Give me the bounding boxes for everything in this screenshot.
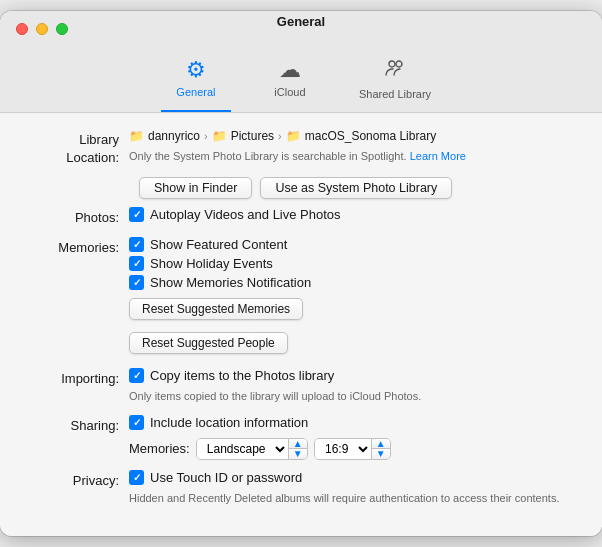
- sharing-label: Sharing:: [24, 415, 129, 435]
- titlebar: General ⚙ General ☁ iCloud: [0, 11, 602, 113]
- copy-items-row: Copy items to the Photos library: [129, 368, 578, 383]
- photos-content: Autoplay Videos and Live Photos: [129, 207, 578, 222]
- content-area: Library Location: 📁 dannyrico › 📁 Pictur…: [0, 113, 602, 536]
- importing-content: Copy items to the Photos library Only it…: [129, 368, 578, 404]
- reset-suggested-row: Reset Suggested Memories: [129, 298, 578, 324]
- reset-suggested-button[interactable]: Reset Suggested Memories: [129, 298, 303, 320]
- ratio-stepper-arrows[interactable]: ▲ ▼: [371, 439, 390, 459]
- ratio-select[interactable]: 16:9 4:3 1:1: [315, 439, 371, 459]
- show-featured-row: Show Featured Content: [129, 237, 578, 252]
- reset-people-button[interactable]: Reset Suggested People: [129, 332, 288, 354]
- privacy-note: Hidden and Recently Deleted albums will …: [129, 491, 578, 506]
- privacy-row: Privacy: Use Touch ID or password Hidden…: [24, 470, 578, 506]
- show-featured-checkbox[interactable]: [129, 237, 144, 252]
- photos-label: Photos:: [24, 207, 129, 227]
- window-controls: [16, 23, 68, 35]
- icloud-icon: ☁: [279, 57, 301, 83]
- sharing-content: Include location information Memories: L…: [129, 415, 578, 460]
- path-library: macOS_Sonoma Library: [305, 129, 436, 143]
- copy-items-note: Only items copied to the library will up…: [129, 389, 578, 404]
- importing-label: Importing:: [24, 368, 129, 388]
- library-path: 📁 dannyrico › 📁 Pictures › 📁 macOS_Sonom…: [129, 129, 578, 143]
- svg-point-1: [396, 61, 402, 67]
- tab-icloud-label: iCloud: [274, 86, 305, 98]
- svg-point-0: [389, 61, 395, 67]
- photos-row: Photos: Autoplay Videos and Live Photos: [24, 207, 578, 227]
- landscape-down-button[interactable]: ▼: [289, 449, 307, 459]
- sharing-memories-row: Memories: Landscape Portrait ▲ ▼: [129, 438, 578, 460]
- copy-items-label: Copy items to the Photos library: [150, 368, 334, 383]
- privacy-label: Privacy:: [24, 470, 129, 490]
- show-notifications-checkbox[interactable]: [129, 275, 144, 290]
- show-featured-label: Show Featured Content: [150, 237, 287, 252]
- use-as-system-button[interactable]: Use as System Photo Library: [260, 177, 452, 199]
- library-note: Only the System Photo Library is searcha…: [129, 149, 578, 164]
- tab-general-label: General: [176, 86, 215, 98]
- copy-items-checkbox[interactable]: [129, 368, 144, 383]
- tab-general[interactable]: ⚙ General: [161, 51, 231, 112]
- ratio-stepper[interactable]: 16:9 4:3 1:1 ▲ ▼: [314, 438, 391, 460]
- minimize-button[interactable]: [36, 23, 48, 35]
- show-in-finder-button[interactable]: Show in Finder: [139, 177, 252, 199]
- general-icon: ⚙: [186, 57, 206, 83]
- show-notifications-label: Show Memories Notification: [150, 275, 311, 290]
- library-location-content: 📁 dannyrico › 📁 Pictures › 📁 macOS_Sonom…: [129, 129, 578, 164]
- ratio-down-button[interactable]: ▼: [372, 449, 390, 459]
- landscape-select[interactable]: Landscape Portrait: [197, 439, 288, 459]
- shared-library-icon: [384, 57, 406, 85]
- path-user: dannyrico: [148, 129, 200, 143]
- window-title: General: [277, 14, 325, 29]
- path-arrow-2: ›: [278, 130, 282, 142]
- library-location-row: Library Location: 📁 dannyrico › 📁 Pictur…: [24, 129, 578, 167]
- path-pictures: Pictures: [231, 129, 274, 143]
- main-window: General ⚙ General ☁ iCloud: [0, 11, 602, 536]
- tab-shared-library[interactable]: Shared Library: [349, 51, 441, 112]
- landscape-stepper-arrows[interactable]: ▲ ▼: [288, 439, 307, 459]
- touch-id-row: Use Touch ID or password: [129, 470, 578, 485]
- include-location-checkbox[interactable]: [129, 415, 144, 430]
- learn-more-link[interactable]: Learn More: [410, 150, 466, 162]
- memories-row: Memories: Show Featured Content Show Hol…: [24, 237, 578, 358]
- touch-id-checkbox[interactable]: [129, 470, 144, 485]
- library-location-label: Library Location:: [24, 129, 129, 167]
- include-location-row: Include location information: [129, 415, 578, 430]
- library-buttons-row: Show in Finder Use as System Photo Libra…: [139, 177, 578, 199]
- sharing-memories-label: Memories:: [129, 441, 190, 456]
- autoplay-label: Autoplay Videos and Live Photos: [150, 207, 341, 222]
- sharing-row: Sharing: Include location information Me…: [24, 415, 578, 460]
- landscape-stepper[interactable]: Landscape Portrait ▲ ▼: [196, 438, 308, 460]
- folder-icon-3: 📁: [286, 129, 301, 143]
- show-holiday-checkbox[interactable]: [129, 256, 144, 271]
- autoplay-checkbox[interactable]: [129, 207, 144, 222]
- show-holiday-label: Show Holiday Events: [150, 256, 273, 271]
- touch-id-label: Use Touch ID or password: [150, 470, 302, 485]
- memories-content: Show Featured Content Show Holiday Event…: [129, 237, 578, 358]
- path-arrow-1: ›: [204, 130, 208, 142]
- autoplay-row: Autoplay Videos and Live Photos: [129, 207, 578, 222]
- folder-icon-2: 📁: [212, 129, 227, 143]
- include-location-label: Include location information: [150, 415, 308, 430]
- folder-icon-1: 📁: [129, 129, 144, 143]
- reset-people-row: Reset Suggested People: [129, 332, 578, 358]
- memories-label: Memories:: [24, 237, 129, 257]
- maximize-button[interactable]: [56, 23, 68, 35]
- show-holiday-row: Show Holiday Events: [129, 256, 578, 271]
- close-button[interactable]: [16, 23, 28, 35]
- importing-row: Importing: Copy items to the Photos libr…: [24, 368, 578, 404]
- tab-shared-library-label: Shared Library: [359, 88, 431, 100]
- privacy-content: Use Touch ID or password Hidden and Rece…: [129, 470, 578, 506]
- toolbar: ⚙ General ☁ iCloud Shared Library: [161, 43, 441, 112]
- tab-icloud[interactable]: ☁ iCloud: [255, 51, 325, 112]
- show-notifications-row: Show Memories Notification: [129, 275, 578, 290]
